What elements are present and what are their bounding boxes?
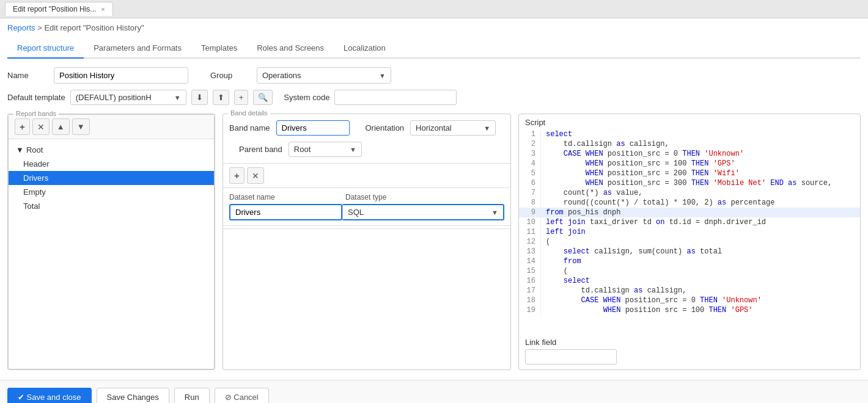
dataset-table-area: Dataset name Dataset type SQL ▼ — [223, 188, 510, 226]
script-line-14: 14 from — [519, 256, 860, 266]
browser-tab-bar: Edit report "Position His... × — [0, 0, 868, 18]
dataset-remove-btn[interactable]: ✕ — [247, 167, 264, 184]
parent-band-label: Parent band — [239, 145, 282, 154]
tabs-nav: Report structure Parameters and Formats … — [7, 38, 861, 59]
system-code-label: System code — [284, 93, 329, 102]
name-label: Name — [7, 71, 44, 80]
script-line-11: 11 left join — [519, 227, 860, 237]
breadcrumb: Reports > Edit report "Position History" — [7, 23, 861, 32]
name-group-row: Name Group Operations ▼ — [7, 67, 861, 84]
group-select-value: Operations — [262, 71, 301, 80]
link-field-input[interactable] — [525, 349, 617, 365]
save-changes-button[interactable]: Save Changes — [97, 388, 169, 403]
script-panel: Script 1 select 2 td.callsign as callsig… — [518, 114, 861, 370]
close-tab-icon[interactable]: × — [101, 5, 105, 13]
bottom-bar: ✔ Save and close Save Changes Run ⊘ Canc… — [0, 380, 868, 403]
dataset-name-input[interactable] — [229, 204, 342, 220]
link-field-label: Link field — [525, 338, 854, 347]
cancel-button[interactable]: ⊘ Cancel — [215, 388, 269, 403]
tree-item-header-label: Header — [23, 159, 50, 169]
template-select-value: (DEFAULT) positionH — [76, 93, 152, 102]
run-button[interactable]: Run — [174, 388, 210, 403]
tree-item-drivers-label: Drivers — [23, 173, 48, 183]
script-line-1: 1 select — [519, 129, 860, 139]
group-select[interactable]: Operations ▼ — [257, 67, 391, 84]
browser-tab[interactable]: Edit report "Position His... × — [5, 2, 113, 16]
link-field-area: Link field — [519, 333, 860, 369]
script-area — [223, 228, 510, 369]
dataset-row: SQL ▼ — [229, 204, 504, 220]
template-download-btn[interactable]: ⬇ — [191, 90, 208, 105]
bands-add-btn[interactable]: + — [15, 118, 30, 135]
script-line-7: 7 count(*) as value, — [519, 188, 860, 198]
dataset-type-col-header: Dataset type — [345, 193, 504, 202]
dataset-add-btn[interactable]: + — [229, 167, 245, 184]
tree-item-root-label: Root — [26, 145, 43, 154]
parent-band-select[interactable]: Root ▼ — [289, 142, 362, 157]
name-input[interactable] — [54, 67, 188, 84]
dataset-name-col-header: Dataset name — [229, 193, 345, 202]
group-chevron-icon: ▼ — [379, 72, 386, 79]
default-template-label: Default template — [7, 93, 65, 102]
script-line-10: 10 left join taxi_driver td on td.id = d… — [519, 217, 860, 227]
template-select[interactable]: (DEFAULT) positionH ▼ — [70, 90, 186, 105]
script-line-8: 8 round((count(*) / total) * 100, 2) as … — [519, 198, 860, 208]
template-add-btn[interactable]: + — [234, 90, 249, 105]
template-chevron-icon: ▼ — [174, 94, 181, 101]
script-line-6: 6 WHEN position_src = 300 THEN 'Mobile N… — [519, 178, 860, 188]
tab-templates[interactable]: Templates — [191, 38, 247, 59]
script-line-3: 3 CASE WHEN position_src = 0 THEN 'Unkno… — [519, 149, 860, 159]
script-line-2: 2 td.callsign as callsign, — [519, 139, 860, 149]
breadcrumb-separator: > — [37, 23, 44, 32]
band-name-row: Band name Orientation Horizontal ▼ Paren… — [229, 120, 504, 157]
script-line-5: 5 WHEN position_src = 200 THEN 'Wifi' — [519, 169, 860, 178]
script-line-19: 19 WHEN position src = 100 THEN 'GPS' — [519, 305, 860, 315]
tree-item-total[interactable]: Total — [9, 199, 214, 213]
tree-item-drivers[interactable]: Drivers — [9, 171, 214, 185]
tab-report-structure[interactable]: Report structure — [7, 38, 84, 59]
script-line-4: 4 WHEN position_src = 100 THEN 'GPS' — [519, 159, 860, 169]
orientation-select[interactable]: Horizontal ▼ — [410, 120, 496, 136]
breadcrumb-reports-link[interactable]: Reports — [7, 23, 35, 32]
script-line-15: 15 ( — [519, 266, 860, 276]
orientation-label: Orientation — [366, 123, 405, 133]
dataset-toolbar: + ✕ — [223, 164, 510, 188]
script-line-18: 18 CASE WHEN position_src = 0 THEN 'Unkn… — [519, 296, 860, 305]
report-bands-title: Report bands — [13, 110, 59, 117]
script-editor[interactable]: 1 select 2 td.callsign as callsign, 3 CA… — [519, 129, 860, 333]
dataset-type-chevron-icon: ▼ — [491, 209, 498, 216]
two-col-layout: Report bands + ✕ ▲ ▼ ▼ Root Header — [7, 114, 861, 370]
system-code-input[interactable] — [334, 90, 457, 105]
root-collapse-icon: ▼ — [16, 145, 24, 154]
bands-up-btn[interactable]: ▲ — [52, 118, 70, 135]
script-line-13: 13 select callsign, sum(count) as total — [519, 247, 860, 256]
report-bands-panel: Report bands + ✕ ▲ ▼ ▼ Root Header — [7, 114, 215, 370]
orientation-chevron-icon: ▼ — [484, 125, 490, 132]
template-search-btn[interactable]: 🔍 — [253, 90, 273, 105]
report-bands-toolbar: + ✕ ▲ ▼ — [9, 115, 214, 139]
dataset-type-select[interactable]: SQL ▼ — [342, 204, 504, 220]
orientation-value: Horizontal — [416, 123, 452, 133]
bands-remove-btn[interactable]: ✕ — [32, 118, 50, 135]
tree-item-empty[interactable]: Empty — [9, 185, 214, 199]
parent-band-chevron-icon: ▼ — [350, 146, 356, 153]
bands-down-btn[interactable]: ▼ — [72, 118, 90, 135]
band-name-label: Band name — [229, 123, 270, 133]
script-line-17: 17 td.callsign as callsign, — [519, 286, 860, 296]
tab-params-formats[interactable]: Parameters and Formats — [84, 38, 191, 59]
template-upload-btn[interactable]: ⬆ — [213, 90, 229, 105]
band-name-input[interactable] — [276, 120, 350, 136]
tab-localization[interactable]: Localization — [334, 38, 395, 59]
tree-item-empty-label: Empty — [23, 187, 46, 197]
script-line-9: 9 from pos_his dnph — [519, 208, 860, 217]
save-close-button[interactable]: ✔ Save and close — [7, 388, 92, 403]
tree-item-total-label: Total — [23, 202, 40, 211]
group-label: Group — [210, 71, 247, 80]
tree-item-header[interactable]: Header — [9, 157, 214, 171]
tab-roles-screens[interactable]: Roles and Screens — [247, 38, 334, 59]
band-tree: ▼ Root Header Drivers Empty Total — [9, 139, 214, 369]
breadcrumb-current: Edit report "Position History" — [44, 23, 144, 32]
main-container: Reports > Edit report "Position History"… — [0, 18, 868, 375]
tree-item-root[interactable]: ▼ Root — [9, 143, 214, 157]
script-line-12: 12 ( — [519, 237, 860, 247]
